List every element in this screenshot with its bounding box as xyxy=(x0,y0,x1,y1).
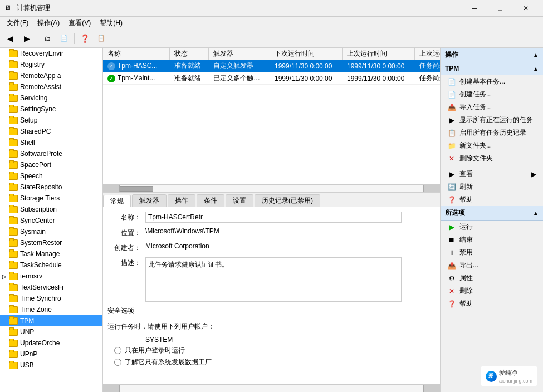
tpm-action-item-5[interactable]: 📁新文件夹... xyxy=(441,139,543,152)
tree-item-statereposito[interactable]: StateReposito xyxy=(0,182,102,193)
list-row-0[interactable]: ✓Tpm-HASC...准备就绪自定义触发器1999/11/30 0:00:00… xyxy=(103,60,440,72)
folder-icon xyxy=(9,128,18,135)
tpm-action-item-1[interactable]: 📄创建任务... xyxy=(441,88,543,101)
tree-item-label: Time Zone xyxy=(20,306,52,313)
radio-other[interactable] xyxy=(114,359,121,366)
col-header-1[interactable]: 状态 xyxy=(170,48,209,60)
tree-item-termsrv[interactable]: ▷termsrv xyxy=(0,271,102,282)
show-hide-button[interactable]: 🗂 xyxy=(40,31,55,46)
forward-button[interactable]: ▶ xyxy=(19,31,35,46)
maximize-button[interactable]: □ xyxy=(487,0,513,17)
sel-action-item-6[interactable]: ❓帮助 xyxy=(441,297,543,310)
list-cell-0-3: 1999/11/30 0:00:00 xyxy=(270,61,343,71)
desc-textarea[interactable] xyxy=(145,257,402,302)
menu-view[interactable]: 查看(V) xyxy=(64,17,95,29)
tree-item-label: TPM xyxy=(20,317,34,325)
tab-0[interactable]: 常规 xyxy=(103,195,131,207)
tree-item-servicing[interactable]: Servicing xyxy=(0,92,102,104)
sel-action-item-3[interactable]: 📤导出... xyxy=(441,259,543,272)
tree-item-spaceport[interactable]: SpacePort xyxy=(0,159,102,170)
list-row-1[interactable]: ✓Tpm-Maint...准备就绪已定义多个触发器1999/11/30 0:00… xyxy=(103,72,440,85)
radio-logged-on[interactable] xyxy=(114,347,121,354)
tab-bar: 常规触发器操作条件设置历史记录(已禁用) xyxy=(103,193,440,207)
tree-item-softwareprote[interactable]: SoftwareProte xyxy=(0,148,102,159)
col-header-0[interactable]: 名称 xyxy=(103,48,170,60)
tree-item-label: UPnP xyxy=(20,350,37,358)
horizontal-scrollbar[interactable] xyxy=(103,184,440,192)
tree-item-remoteassist[interactable]: RemoteAssist xyxy=(0,81,102,92)
sel-action-item-1[interactable]: ⏹结束 xyxy=(441,233,543,246)
tree-item-time-zone[interactable]: Time Zone xyxy=(0,304,102,315)
tree-item-task-manage[interactable]: Task Manage xyxy=(0,248,102,259)
tree-item-setup[interactable]: Setup xyxy=(0,115,102,126)
tree-item-shell[interactable]: Shell xyxy=(0,137,102,148)
close-button[interactable]: ✕ xyxy=(513,0,539,17)
tpm-section-header[interactable]: TPM▲ xyxy=(441,62,543,75)
tpm-action-item-3[interactable]: ▶显示所有正在运行的任务 xyxy=(441,114,543,126)
list-cell-1-4: 1999/11/30 0:00:00 xyxy=(343,74,415,84)
tree-item-label: USB xyxy=(20,361,34,369)
tree-item-sysmain[interactable]: Sysmain xyxy=(0,226,102,237)
tree-item-taskschedule[interactable]: TaskSchedule xyxy=(0,259,102,271)
watermark-logo: 爱 xyxy=(486,371,497,382)
toolbar-separator xyxy=(37,33,37,44)
menu-action[interactable]: 操作(A) xyxy=(33,17,64,29)
tree-item-time-synchro[interactable]: Time Synchro xyxy=(0,293,102,304)
tab-3[interactable]: 条件 xyxy=(197,194,224,207)
tree-item-settingsync[interactable]: SettingSync xyxy=(0,104,102,115)
tab-4[interactable]: 设置 xyxy=(226,194,253,207)
sel-action-item-2[interactable]: ⏸禁用 xyxy=(441,246,543,259)
col-header-2[interactable]: 触发器 xyxy=(209,48,270,60)
tree-item-textservicesfr[interactable]: TextServicesFr xyxy=(0,282,102,293)
minimize-button[interactable]: ─ xyxy=(462,0,487,17)
tpm-action-item-0[interactable]: 📄创建基本任务... xyxy=(441,75,543,88)
tree-item-sharedpc[interactable]: SharedPC xyxy=(0,126,102,137)
tpm-action-item-7[interactable]: ▶查看 ▶ xyxy=(441,168,543,180)
tree-item-tpm[interactable]: TPM xyxy=(0,315,102,326)
tree-item-remoteapp-a[interactable]: RemoteApp a xyxy=(0,70,102,81)
folder-icon xyxy=(9,317,18,325)
expand-button[interactable]: 📄 xyxy=(56,31,72,46)
tpm-action-item-4[interactable]: 📋启用所有任务历史记录 xyxy=(441,126,543,139)
tpm-action-item-2[interactable]: 📥导入任务... xyxy=(441,101,543,114)
tree-item-subscription[interactable]: Subscription xyxy=(0,204,102,215)
actions-main-header[interactable]: 操作▲ xyxy=(441,48,543,62)
tpm-action-item-9[interactable]: ❓帮助 xyxy=(441,193,543,206)
folder-icon xyxy=(9,106,18,113)
sel-action-item-4[interactable]: ⚙属性 xyxy=(441,272,543,285)
tree-item-updateorche[interactable]: UpdateOrche xyxy=(0,337,102,349)
tpm-action-item-6[interactable]: ✕删除文件夹 xyxy=(441,152,543,165)
menu-help[interactable]: 帮助(H) xyxy=(95,17,127,29)
tree-item-upnp[interactable]: UPnP xyxy=(0,349,102,360)
author-label: 创建者： xyxy=(107,242,141,253)
tree-item-systemrestor[interactable]: SystemRestor xyxy=(0,237,102,248)
col-header-5[interactable]: 上次运行结果 xyxy=(415,48,440,60)
sel-action-icon-0: ▶ xyxy=(447,223,456,232)
tree-item-synccenter[interactable]: SyncCenter xyxy=(0,215,102,226)
tab-2[interactable]: 操作 xyxy=(168,194,195,207)
detail-horizontal-scrollbar[interactable] xyxy=(103,384,440,392)
menu-file[interactable]: 文件(F) xyxy=(2,17,33,29)
properties-toolbar-button[interactable]: 📋 xyxy=(94,31,109,46)
tree-item-registry[interactable]: Registry xyxy=(0,59,102,70)
tree-item-usb[interactable]: USB xyxy=(0,360,102,371)
tree-item-recoveryenvir[interactable]: RecoveryEnvir xyxy=(0,48,102,59)
tab-1[interactable]: 触发器 xyxy=(132,194,167,207)
tree-item-speech[interactable]: Speech xyxy=(0,170,102,182)
action-icon-8: 🔄 xyxy=(447,183,456,192)
folder-icon xyxy=(9,84,18,91)
col-header-4[interactable]: 上次运行时间 xyxy=(343,48,415,60)
help-toolbar-button[interactable]: ❓ xyxy=(77,31,92,46)
selected-section-header[interactable]: 所选项▲ xyxy=(441,206,543,220)
back-button[interactable]: ◀ xyxy=(2,31,18,46)
tree-item-unp[interactable]: UNP xyxy=(0,326,102,337)
list-cell-1-1: 准备就绪 xyxy=(170,72,209,84)
tree-item-storage-tiers[interactable]: Storage Tiers xyxy=(0,193,102,204)
sel-action-item-0[interactable]: ▶运行 xyxy=(441,220,543,233)
col-header-3[interactable]: 下次运行时间 xyxy=(270,48,343,60)
tab-5[interactable]: 历史记录(已禁用) xyxy=(255,194,320,207)
name-input[interactable] xyxy=(145,212,402,223)
folder-icon xyxy=(9,117,18,124)
tpm-action-item-8[interactable]: 🔄刷新 xyxy=(441,180,543,193)
sel-action-item-5[interactable]: ✕删除 xyxy=(441,285,543,297)
